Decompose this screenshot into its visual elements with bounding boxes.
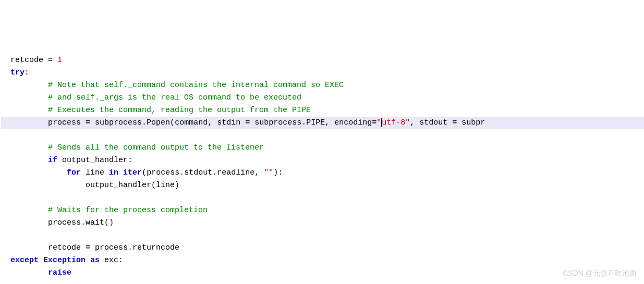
code-line[interactable]: output_handler(line) — [1, 179, 644, 192]
token-paren: ( — [151, 181, 156, 190]
code-line[interactable] — [1, 279, 644, 284]
indent — [10, 143, 48, 152]
token-comment: # and self._args is the real OS command … — [48, 93, 301, 102]
token-identifier: line — [156, 181, 175, 190]
code-line[interactable] — [1, 129, 644, 142]
token-operator: = — [86, 118, 90, 127]
token — [43, 56, 48, 65]
token-identifier: process — [48, 118, 81, 127]
token-string: " — [376, 118, 381, 127]
indent — [10, 156, 48, 165]
token-keyword: if — [48, 156, 57, 165]
token-identifier: process.returncode — [90, 243, 179, 252]
code-line[interactable]: # Note that self._command contains the i… — [1, 79, 644, 92]
code-line[interactable] — [1, 229, 644, 242]
token-identifier: stdin — [212, 118, 245, 127]
code-line[interactable]: # Executes the command, reading the outp… — [1, 104, 644, 117]
token-keyword: try — [10, 68, 25, 77]
token-operator: = — [48, 56, 53, 65]
token — [81, 118, 86, 127]
code-line[interactable] — [1, 192, 644, 204]
text-cursor — [381, 118, 382, 127]
token-identifier: subpr — [457, 118, 485, 127]
token-keyword: as — [90, 256, 100, 265]
token-identifier: : — [25, 68, 29, 77]
code-line[interactable]: process = subprocess.Popen(command, stdi… — [1, 117, 644, 129]
indent — [10, 168, 67, 177]
indent — [10, 218, 48, 227]
indent — [10, 106, 48, 115]
token-paren: , — [325, 118, 330, 127]
token — [90, 118, 95, 127]
token-identifier: retcode — [10, 56, 43, 65]
token-paren: ) — [175, 181, 179, 190]
token-paren: , — [410, 118, 415, 127]
token-paren: ): — [273, 168, 283, 177]
code-line[interactable]: except Exception as exc: — [1, 254, 644, 267]
code-line[interactable]: # Waits for the process completion — [1, 204, 644, 217]
token-keyword: in — [109, 168, 118, 177]
token — [118, 168, 123, 177]
token-comment: # Sends all the command output to the li… — [48, 143, 264, 152]
token-identifier: process.stdout.readline — [147, 168, 254, 177]
token-identifier: exc: — [100, 256, 123, 265]
token — [86, 256, 90, 265]
token-identifier: subprocess.Popen — [95, 118, 170, 127]
token-paren: () — [104, 218, 114, 227]
token-string: utf-8" — [382, 118, 410, 127]
token-number: 1 — [57, 56, 62, 65]
indent — [10, 243, 48, 252]
token-comment: # Executes the command, reading the outp… — [48, 106, 311, 115]
token-identifier: output_handler: — [57, 156, 132, 165]
token-string: "" — [264, 168, 273, 177]
indent — [10, 81, 48, 90]
indent — [10, 93, 48, 102]
token-operator: = — [245, 118, 250, 127]
token-paren: ( — [142, 168, 147, 177]
token-identifier: line — [81, 168, 109, 177]
token — [39, 256, 43, 265]
token-keyword: iter — [123, 168, 142, 177]
token-keyword: for — [67, 168, 81, 177]
code-line[interactable]: process.wait() — [1, 217, 644, 229]
token-keyword: except — [10, 256, 39, 265]
token-keyword: raise — [48, 268, 71, 277]
indent — [10, 181, 86, 190]
token-operator: = — [452, 118, 457, 127]
token-paren: , — [208, 118, 212, 127]
code-line[interactable]: raise — [1, 267, 644, 279]
indent — [10, 118, 48, 127]
code-line[interactable]: try: — [1, 67, 644, 79]
code-editor[interactable]: retcode = 1try: # Note that self._comman… — [0, 50, 644, 284]
token-identifier: stdout — [415, 118, 452, 127]
token-operator: = — [372, 118, 376, 127]
code-line[interactable]: if output_handler: — [1, 154, 644, 167]
token-keyword: Exception — [43, 256, 86, 265]
token-identifier: command — [175, 118, 208, 127]
token-operator: = — [86, 243, 90, 252]
code-line[interactable]: retcode = 1 — [1, 54, 644, 67]
token-identifier: process.wait — [48, 218, 104, 227]
token-paren: ( — [170, 118, 175, 127]
code-line[interactable]: for line in iter(process.stdout.readline… — [1, 167, 644, 179]
token-identifier: encoding — [330, 118, 372, 127]
token-comment: # Waits for the process completion — [48, 206, 208, 215]
token-paren: , — [254, 168, 259, 177]
indent — [10, 206, 48, 215]
token — [259, 168, 264, 177]
code-line[interactable]: # Sends all the command output to the li… — [1, 142, 644, 154]
token-identifier: output_handler — [86, 181, 151, 190]
token-comment: # Note that self._command contains the i… — [48, 81, 344, 90]
code-line[interactable]: retcode = process.returncode — [1, 242, 644, 254]
token-identifier: subprocess.PIPE — [250, 118, 325, 127]
indent — [10, 268, 48, 277]
token — [53, 56, 57, 65]
code-line[interactable]: # and self._args is the real OS command … — [1, 92, 644, 104]
token-identifier: retcode — [48, 243, 86, 252]
